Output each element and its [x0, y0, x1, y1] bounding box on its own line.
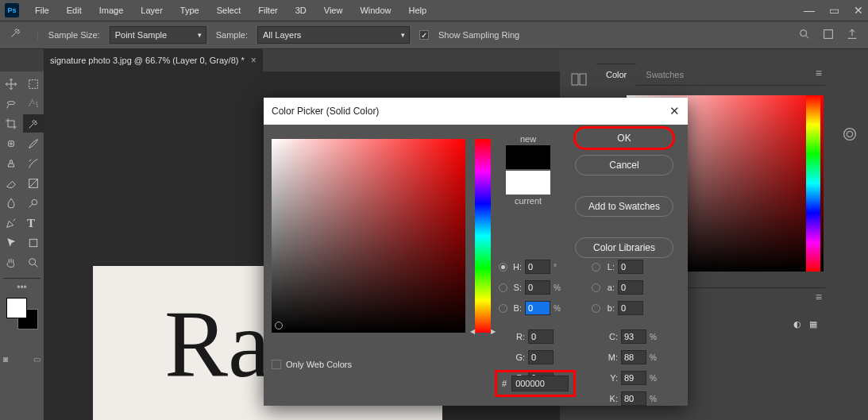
eyedropper-tool-icon [10, 26, 27, 44]
m-input[interactable]: 88 [621, 350, 646, 364]
sv-color-field[interactable] [272, 139, 465, 333]
current-color-label: current [503, 196, 553, 206]
history-brush-tool[interactable] [23, 154, 44, 172]
menu-view[interactable]: View [316, 0, 351, 21]
add-to-swatches-button[interactable]: Add to Swatches [575, 196, 673, 217]
menu-window[interactable]: Window [352, 0, 399, 21]
menu-filter[interactable]: Filter [250, 0, 285, 21]
marquee-tool[interactable] [23, 75, 44, 93]
menu-file[interactable]: File [27, 0, 57, 21]
svg-rect-8 [572, 74, 578, 85]
hand-tool[interactable] [1, 253, 21, 272]
document-tab[interactable]: signature photo 3.jpg @ 66.7% (Layer 0, … [44, 49, 263, 71]
fg-bg-swatches[interactable] [6, 298, 38, 329]
cc-libraries-icon[interactable] [841, 125, 858, 144]
crop-tool[interactable] [1, 114, 21, 133]
k-input[interactable]: 80 [621, 391, 646, 406]
cancel-button[interactable]: Cancel [575, 155, 673, 175]
path-select-tool[interactable] [1, 233, 21, 252]
ok-button[interactable]: OK [575, 128, 673, 148]
dodge-tool[interactable] [23, 194, 44, 212]
menu-select[interactable]: Select [209, 0, 249, 21]
eyedropper-tool[interactable] [23, 114, 44, 133]
new-color-label: new [503, 134, 553, 144]
quick-mask-icon[interactable]: ◙ [3, 355, 8, 364]
hue-strip[interactable] [475, 139, 491, 333]
blur-tool[interactable] [1, 194, 21, 212]
a-radio[interactable] [592, 283, 600, 292]
document-tab-title: signature photo 3.jpg @ 66.7% (Layer 0, … [50, 56, 245, 65]
a-input[interactable]: 0 [618, 280, 643, 295]
color-libraries-button[interactable]: Color Libraries [575, 237, 673, 258]
menu-edit[interactable]: Edit [59, 0, 90, 21]
lab-b-radio[interactable] [592, 304, 600, 313]
panel-menu-icon[interactable]: ≡ [816, 67, 822, 79]
lab-b-input[interactable]: 0 [618, 301, 643, 315]
hex-label: # [502, 379, 507, 388]
menu-3d[interactable]: 3D [287, 0, 314, 21]
maximize-icon[interactable]: ▭ [829, 4, 839, 17]
current-color-swatch[interactable] [506, 171, 550, 195]
l-input[interactable]: 0 [618, 260, 643, 274]
r-input[interactable]: 0 [528, 329, 554, 344]
move-tool[interactable] [1, 75, 21, 93]
menu-bar: Ps File Edit Image Layer Type Select Fil… [0, 0, 868, 21]
c-input[interactable]: 93 [621, 329, 646, 344]
only-web-colors-checkbox[interactable] [272, 360, 281, 369]
adjustment-presets-icon[interactable]: ▦ [809, 319, 817, 329]
b-input[interactable]: 0 [525, 301, 550, 315]
close-tab-icon[interactable]: × [251, 55, 257, 66]
tab-swatches[interactable]: Swatches [636, 64, 693, 86]
quick-select-tool[interactable] [23, 94, 44, 113]
foreground-color-swatch[interactable] [6, 298, 27, 318]
svg-rect-2 [29, 79, 38, 88]
lasso-tool[interactable] [1, 94, 21, 113]
s-input[interactable]: 0 [525, 280, 550, 295]
zoom-tool[interactable] [23, 253, 44, 272]
search-icon[interactable] [798, 28, 811, 42]
screen-mode-icon[interactable]: ▭ [33, 355, 41, 364]
menu-help[interactable]: Help [401, 0, 435, 21]
healing-brush-tool[interactable] [1, 134, 21, 152]
b-radio[interactable] [499, 304, 507, 313]
h-input[interactable]: 0 [525, 260, 550, 274]
color-panel-hue-strip[interactable] [806, 95, 820, 272]
rectangle-tool[interactable] [23, 233, 44, 252]
svg-point-11 [847, 131, 852, 137]
hex-field-highlight: # 000000 [499, 374, 572, 393]
minimize-icon[interactable]: — [804, 4, 815, 17]
menu-layer[interactable]: Layer [133, 0, 171, 21]
panel-menu-icon-2[interactable]: ≡ [816, 291, 822, 303]
new-adjustment-icon[interactable]: ◐ [793, 319, 801, 329]
dialog-titlebar[interactable]: Color Picker (Solid Color) ✕ [264, 98, 688, 125]
g-input[interactable]: 0 [528, 350, 554, 364]
y-input[interactable]: 89 [621, 371, 646, 385]
h-radio[interactable] [499, 263, 507, 272]
svg-rect-1 [824, 30, 833, 39]
gradient-tool[interactable] [23, 174, 44, 192]
show-sampling-ring-checkbox[interactable] [419, 30, 429, 40]
share-icon[interactable] [846, 28, 858, 42]
l-radio[interactable] [592, 263, 600, 272]
eraser-tool[interactable] [1, 174, 21, 192]
close-icon[interactable]: ✕ [854, 4, 863, 17]
sample-size-dropdown[interactable]: Point Sample [110, 26, 206, 44]
menu-image[interactable]: Image [91, 0, 132, 21]
type-tool[interactable]: T [23, 214, 44, 232]
panel-dock-icon[interactable] [571, 73, 587, 87]
dialog-close-icon[interactable]: ✕ [669, 104, 680, 118]
tab-color[interactable]: Color [596, 64, 636, 86]
workspace-icon[interactable] [822, 28, 835, 42]
window-controls: — ▭ ✕ [804, 0, 863, 21]
menu-type[interactable]: Type [172, 0, 207, 21]
sample-dropdown[interactable]: All Layers [257, 26, 410, 44]
sample-label: Sample: [216, 30, 248, 40]
brush-tool[interactable] [23, 134, 44, 152]
s-radio[interactable] [499, 283, 507, 292]
svg-point-7 [29, 258, 36, 264]
hex-input[interactable]: 000000 [511, 376, 569, 391]
clone-stamp-tool[interactable] [1, 154, 21, 172]
pen-tool[interactable] [1, 214, 21, 232]
sv-cursor-icon [275, 322, 283, 329]
options-bar: | Sample Size: Point Sample Sample: All … [0, 21, 868, 49]
